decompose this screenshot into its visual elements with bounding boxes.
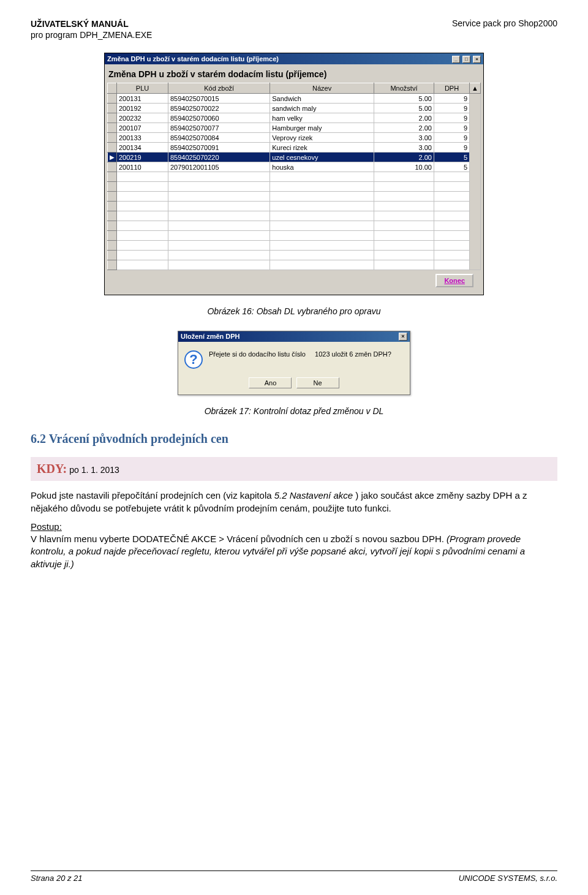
cell-kod: 8594025070220 [168, 153, 270, 162]
page-footer: Strana 20 z 21 UNICODE SYSTEMS, s.r.o. [31, 870, 557, 883]
row-indicator [108, 143, 117, 153]
table-row[interactable]: 2001102079012001105houska10.005 [108, 162, 481, 172]
table-row[interactable]: 2001928594025070022sandwich maly5.009 [108, 104, 481, 113]
no-button[interactable]: Ne [296, 377, 339, 388]
table-row-empty [108, 172, 481, 182]
cell-nazev: Hamburger maly [270, 123, 374, 133]
confirm-dialog: Uložení změn DPH × ? Přejete si do dodac… [178, 331, 410, 395]
cell-kod: 8594025070091 [168, 143, 270, 153]
p2a: V hlavním menu vyberte [31, 534, 132, 544]
window-titlebar[interactable]: Změna DPH u zboží v starém dodacím listu… [105, 53, 483, 64]
cell-nazev: Kureci rizek [270, 143, 374, 153]
manual-title: UŽIVATELSKÝ MANUÁL [31, 19, 129, 29]
cell-kod: 8594025070077 [168, 123, 270, 133]
panel-title: Změna DPH u zboží v starém dodacím listu… [107, 67, 481, 83]
col-kod[interactable]: Kód zboží [168, 83, 270, 94]
cell-plu: 200134 [117, 143, 168, 153]
table-row-empty [108, 231, 481, 241]
maximize-icon[interactable]: □ [462, 56, 470, 63]
cell-plu: 200133 [117, 133, 168, 143]
row-indicator [108, 94, 117, 104]
col-nazev[interactable]: Název [270, 83, 374, 94]
kdy-text: po 1. 1. 2013 [69, 465, 119, 475]
col-plu[interactable]: PLU [117, 83, 168, 94]
minimize-icon[interactable]: _ [452, 56, 460, 63]
konec-button[interactable]: Konec [435, 274, 473, 287]
data-grid[interactable]: PLU Kód zboží Název Množství DPH ▲ 20013… [107, 83, 481, 270]
cell-plu: 200219 [117, 153, 168, 162]
header-right: Service pack pro Shop2000 [452, 18, 557, 40]
cell-mnozstvi: 5.00 [374, 104, 434, 113]
manual-subtitle: pro program DPH_ZMENA.EXE [31, 30, 152, 40]
row-indicator [108, 104, 117, 113]
cell-nazev: sandwich maly [270, 104, 374, 113]
cell-nazev: ham velky [270, 113, 374, 123]
cell-mnozstvi: 5.00 [374, 94, 434, 104]
paragraph-postup: Postup: V hlavním menu vyberte DODATEČNÉ… [31, 521, 557, 570]
cell-mnozstvi: 2.00 [374, 153, 434, 162]
cell-nazev: uzel cesnekovy [270, 153, 374, 162]
col-mnozstvi[interactable]: Množství [374, 83, 434, 94]
footer-page: Strana 20 z 21 [31, 874, 83, 883]
window-title-text: Změna DPH u zboží v starém dodacím listu… [107, 55, 279, 62]
close-icon[interactable]: × [473, 56, 481, 63]
table-row-empty [108, 251, 481, 260]
cell-nazev: houska [270, 162, 374, 172]
p2b: . [442, 534, 447, 544]
dialog-message: Přejete si do dodacího listu číslo 1023 … [209, 350, 391, 358]
cell-dph: 9 [434, 133, 469, 143]
row-header-blank [108, 83, 117, 94]
cell-dph: 9 [434, 104, 469, 113]
window-dph-change: Změna DPH u zboží v starém dodacím listu… [104, 53, 484, 295]
cell-mnozstvi: 3.00 [374, 133, 434, 143]
yes-button[interactable]: Ano [249, 377, 292, 388]
table-row-empty [108, 241, 481, 251]
cell-dph: 9 [434, 113, 469, 123]
dialog-title-text: Uložení změn DPH [181, 333, 240, 341]
cell-mnozstvi: 2.00 [374, 113, 434, 123]
footer-company: UNICODE SYSTEMS, s.r.o. [459, 874, 557, 883]
cell-plu: 200107 [117, 123, 168, 133]
row-indicator [108, 133, 117, 143]
table-row[interactable]: 2001338594025070084Veprovy rizek3.009 [108, 133, 481, 143]
table-row-empty [108, 192, 481, 202]
kdy-box: KDY: po 1. 1. 2013 [31, 457, 557, 481]
dialog-close-icon[interactable]: × [399, 333, 407, 341]
scrollbar-track[interactable] [470, 94, 481, 270]
cell-plu: 200110 [117, 162, 168, 172]
cell-mnozstvi: 10.00 [374, 162, 434, 172]
section-heading: 6.2 Vrácení původních prodejních cen [31, 432, 557, 446]
cell-mnozstvi: 3.00 [374, 143, 434, 153]
col-dph[interactable]: DPH [434, 83, 469, 94]
cell-dph: 9 [434, 143, 469, 153]
table-row[interactable]: ▶2002198594025070220uzel cesnekovy2.005 [108, 153, 481, 162]
cell-dph: 5 [434, 153, 469, 162]
cell-nazev: Veprovy rizek [270, 133, 374, 143]
table-row-empty [108, 260, 481, 270]
figure-caption-16: Obrázek 16: Obsah DL vybraného pro oprav… [31, 306, 557, 316]
header-left: UŽIVATELSKÝ MANUÁL pro program DPH_ZMENA… [31, 18, 152, 40]
cell-kod: 8594025070015 [168, 94, 270, 104]
table-row[interactable]: 2002328594025070060ham velky2.009 [108, 113, 481, 123]
postup-label: Postup: [31, 521, 62, 532]
page-header: UŽIVATELSKÝ MANUÁL pro program DPH_ZMENA… [31, 18, 557, 40]
cell-nazev: Sandwich [270, 94, 374, 104]
cell-dph: 5 [434, 162, 469, 172]
row-indicator [108, 113, 117, 123]
table-row[interactable]: 2001348594025070091Kureci rizek3.009 [108, 143, 481, 153]
p1a: Pokud jste nastavili přepočítání prodejn… [31, 490, 274, 500]
cell-kod: 8594025070022 [168, 104, 270, 113]
row-indicator [108, 123, 117, 133]
scroll-up-icon[interactable]: ▲ [470, 83, 481, 94]
cell-plu: 200232 [117, 113, 168, 123]
paragraph-intro: Pokud jste nastavili přepočítání prodejn… [31, 489, 557, 515]
cell-mnozstvi: 2.00 [374, 123, 434, 133]
table-row[interactable]: 2001318594025070015Sandwich5.009 [108, 94, 481, 104]
table-row-empty [108, 202, 481, 211]
cell-plu: 200131 [117, 94, 168, 104]
cell-plu: 200192 [117, 104, 168, 113]
table-row-empty [108, 182, 481, 192]
dialog-titlebar[interactable]: Uložení změn DPH × [178, 331, 410, 342]
table-row[interactable]: 2001078594025070077Hamburger maly2.009 [108, 123, 481, 133]
kdy-label: KDY: [37, 462, 67, 475]
